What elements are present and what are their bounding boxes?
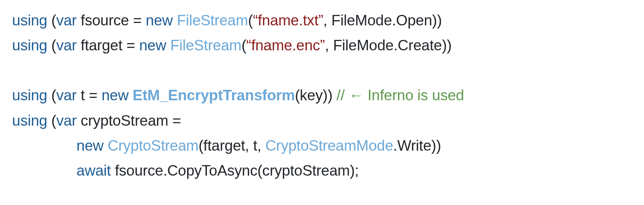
- paren-open: (: [47, 12, 56, 29]
- string-literal: “fname.enc”: [246, 37, 325, 54]
- tail: (key)): [295, 87, 336, 104]
- paren-open-2: (: [248, 12, 253, 29]
- space: [173, 12, 177, 29]
- tail: , FileMode.Open)): [323, 12, 442, 29]
- identifier: ftarget =: [76, 37, 139, 54]
- blank-line: [12, 58, 632, 83]
- paren-open: (: [47, 87, 56, 104]
- keyword-var: var: [56, 37, 77, 54]
- keyword-var: var: [56, 112, 77, 129]
- space: [129, 87, 133, 104]
- keyword-new: new: [76, 137, 103, 154]
- type-cryptostreammode: CryptoStreamMode: [265, 137, 393, 154]
- keyword-using: using: [12, 112, 47, 129]
- keyword-using: using: [12, 87, 47, 104]
- stmt: fsource.CopyToAsync(cryptoStream);: [111, 162, 359, 179]
- type-cryptostream: CryptoStream: [107, 137, 198, 154]
- code-line-6: await fsource.CopyToAsync(cryptoStream);: [12, 158, 632, 183]
- identifier: fsource =: [76, 12, 146, 29]
- comment: // ← Inferno is used: [336, 87, 464, 104]
- args: (ftarget, t,: [198, 137, 265, 154]
- identifier: t =: [76, 87, 101, 104]
- code-line-3: using (var t = new EtM_EncryptTransform(…: [12, 83, 632, 108]
- paren-open: (: [47, 112, 56, 129]
- code-line-2: using (var ftarget = new FileStream(“fna…: [12, 33, 632, 58]
- keyword-using: using: [12, 37, 47, 54]
- keyword-new: new: [101, 87, 128, 104]
- keyword-new: new: [146, 12, 173, 29]
- string-literal: “fname.txt”: [253, 12, 323, 29]
- keyword-await: await: [76, 162, 111, 179]
- keyword-var: var: [56, 12, 77, 29]
- identifier: cryptoStream =: [76, 112, 181, 129]
- tail: , FileMode.Create)): [325, 37, 452, 54]
- paren-open-2: (: [242, 37, 246, 54]
- space: [166, 37, 170, 54]
- keyword-new: new: [139, 37, 166, 54]
- space: [103, 137, 107, 154]
- type-filestream: FileStream: [177, 12, 248, 29]
- type-filestream: FileStream: [170, 37, 242, 54]
- tail: .Write)): [393, 137, 441, 154]
- code-line-1: using (var fsource = new FileStream(“fna…: [12, 8, 632, 33]
- keyword-using: using: [12, 12, 47, 29]
- code-line-4: using (var cryptoStream =: [12, 108, 632, 133]
- code-line-5: new CryptoStream(ftarget, t, CryptoStrea…: [12, 133, 632, 158]
- code-block: using (var fsource = new FileStream(“fna…: [12, 8, 632, 183]
- keyword-var: var: [56, 87, 77, 104]
- type-etm-encrypttransform: EtM_EncryptTransform: [133, 87, 295, 104]
- paren-open: (: [47, 37, 56, 54]
